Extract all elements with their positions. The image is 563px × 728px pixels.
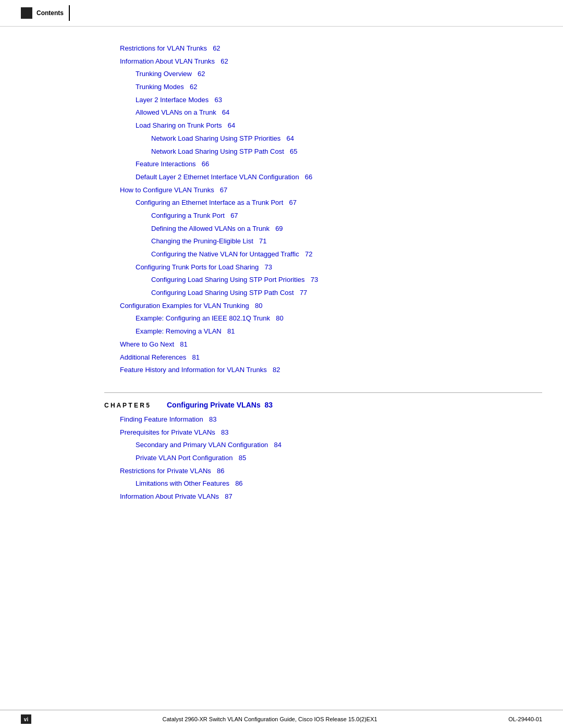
toc-item-defining-allowed-vlans[interactable]: Defining the Allowed VLANs on a Trunk 69: [104, 223, 542, 236]
toc-item-config-ls-stp-priorities[interactable]: Configuring Load Sharing Using STP Port …: [104, 274, 542, 287]
page-header: Contents: [0, 0, 563, 27]
toc-item-pruning-eligible[interactable]: Changing the Pruning-Eligible List 71: [104, 235, 542, 248]
footer-page-box: vi: [21, 714, 31, 724]
chapter-title: Configuring Private VLANs 83: [167, 401, 273, 409]
footer-left: vi: [21, 714, 31, 724]
toc-item-additional-references[interactable]: Additional References 81: [104, 351, 542, 364]
toc-content: Restrictions for VLAN Trunks 62 Informat…: [0, 27, 563, 524]
toc-item-load-sharing-trunk[interactable]: Load Sharing on Trunk Ports 64: [104, 119, 542, 132]
toc-item-info-about[interactable]: Information About VLAN Trunks 62: [104, 55, 542, 68]
private-vlans-toc: Finding Feature Information 83 Prerequis…: [104, 413, 542, 503]
chapter-divider: [104, 392, 542, 393]
toc-item-allowed-vlans[interactable]: Allowed VLANs on a Trunk 64: [104, 106, 542, 119]
footer-page-label: vi: [24, 717, 28, 722]
toc-item-trunking-modes[interactable]: Trunking Modes 62: [104, 81, 542, 94]
page-footer: vi Catalyst 2960-XR Switch VLAN Configur…: [0, 710, 563, 728]
toc-item-finding-feature-info[interactable]: Finding Feature Information 83: [104, 413, 542, 426]
toc-item-layer2-interface[interactable]: Layer 2 Interface Modes 63: [104, 94, 542, 107]
footer-document-title: Catalyst 2960-XR Switch VLAN Configurati…: [163, 716, 377, 722]
toc-item-example-removing-vlan[interactable]: Example: Removing a VLAN 81: [104, 325, 542, 338]
header-left: Contents: [21, 7, 64, 19]
toc-item-config-ethernet-interface[interactable]: Configuring an Ethernet Interface as a T…: [104, 196, 542, 209]
vlan-trunks-toc: Restrictions for VLAN Trunks 62 Informat…: [104, 42, 542, 377]
footer-center-text: Catalyst 2960-XR Switch VLAN Configurati…: [31, 716, 508, 722]
toc-item-secondary-primary[interactable]: Secondary and Primary VLAN Configuration…: [104, 439, 542, 452]
toc-item-limitations-other-features[interactable]: Limitations with Other Features 86: [104, 477, 542, 490]
chapter-title-text[interactable]: Configuring Private VLANs: [167, 401, 261, 409]
toc-item-restrictions[interactable]: Restrictions for VLAN Trunks 62: [104, 42, 542, 55]
footer-right-text: OL-29440-01: [508, 716, 542, 722]
header-icon: [21, 7, 32, 19]
toc-item-restrictions-private[interactable]: Restrictions for Private VLANs 86: [104, 465, 542, 478]
toc-item-where-to-go-next[interactable]: Where to Go Next 81: [104, 338, 542, 351]
toc-item-nls-stp-priorities[interactable]: Network Load Sharing Using STP Prioritie…: [104, 132, 542, 145]
toc-item-trunking-overview[interactable]: Trunking Overview 62: [104, 68, 542, 81]
toc-item-example-ieee8021q[interactable]: Example: Configuring an IEEE 802.1Q Trun…: [104, 312, 542, 325]
chapter-5-row: C H A P T E R 5 Configuring Private VLAN…: [104, 401, 542, 409]
toc-item-feature-history[interactable]: Feature History and Information for VLAN…: [104, 364, 542, 377]
toc-item-info-about-private[interactable]: Information About Private VLANs 87: [104, 490, 542, 503]
toc-item-config-trunk-port[interactable]: Configuring a Trunk Port 67: [104, 209, 542, 223]
toc-item-config-trunk-load-sharing[interactable]: Configuring Trunk Ports for Load Sharing…: [104, 261, 542, 274]
toc-item-config-ls-stp-path-cost[interactable]: Configuring Load Sharing Using STP Path …: [104, 287, 542, 300]
toc-item-feature-interactions[interactable]: Feature Interactions 66: [104, 158, 542, 171]
toc-item-private-vlan-port[interactable]: Private VLAN Port Configuration 85: [104, 452, 542, 465]
toc-item-prerequisites[interactable]: Prerequisites for Private VLANs 83: [104, 426, 542, 439]
toc-item-nls-stp-path-cost[interactable]: Network Load Sharing Using STP Path Cost…: [104, 145, 542, 158]
page-container: Contents Restrictions for VLAN Trunks 62…: [0, 0, 563, 728]
footer-doc-number: OL-29440-01: [508, 716, 542, 722]
chapter-page-num: 83: [264, 401, 273, 409]
chapter-label: C H A P T E R 5: [104, 402, 156, 409]
header-contents-label: Contents: [36, 9, 64, 17]
toc-item-native-vlan[interactable]: Configuring the Native VLAN for Untagged…: [104, 248, 542, 261]
toc-item-config-examples[interactable]: Configuration Examples for VLAN Trunking…: [104, 300, 542, 313]
header-right-line: [69, 5, 70, 21]
toc-item-default-layer2[interactable]: Default Layer 2 Ethernet Interface VLAN …: [104, 171, 542, 184]
toc-item-how-to-configure[interactable]: How to Configure VLAN Trunks 67: [104, 184, 542, 197]
